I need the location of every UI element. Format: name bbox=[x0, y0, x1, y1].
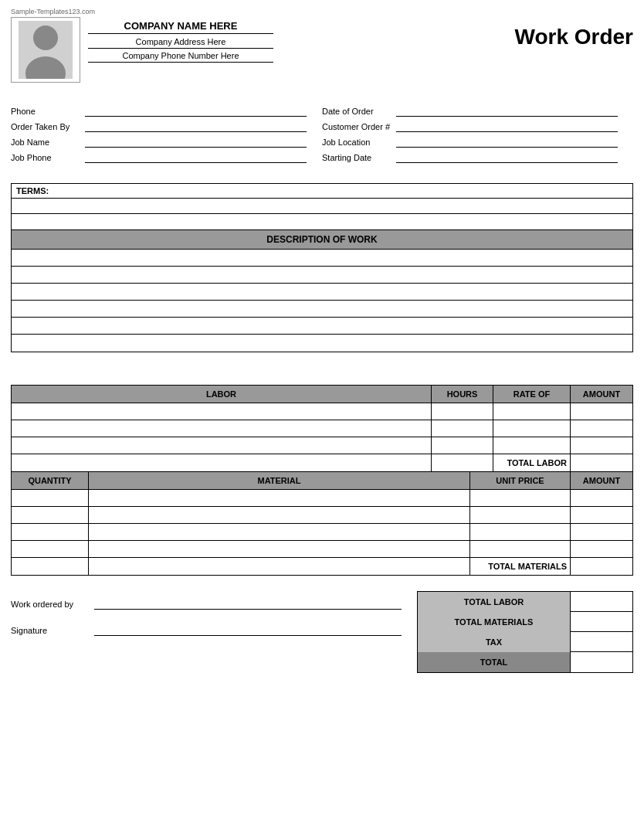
phone-row: Phone bbox=[11, 106, 322, 117]
order-taken-by-label: Order Taken By bbox=[11, 122, 80, 131]
job-location-row: Job Location bbox=[322, 137, 633, 148]
labor-row-2-rate[interactable] bbox=[493, 420, 571, 437]
totals-table: TOTAL LABOR TOTAL MATERIALS TAX TOTAL bbox=[417, 591, 633, 673]
desc-row-2[interactable] bbox=[12, 267, 632, 284]
customer-order-input[interactable] bbox=[396, 121, 618, 132]
labor-col-rate: RATE OF bbox=[493, 386, 571, 403]
labor-row-1[interactable] bbox=[12, 403, 632, 420]
labor-row-3-hours[interactable] bbox=[432, 437, 493, 454]
starting-date-input[interactable] bbox=[396, 152, 618, 163]
customer-order-label: Customer Order # bbox=[322, 122, 391, 131]
desc-row-3[interactable] bbox=[12, 284, 632, 301]
mat-row-1-material[interactable] bbox=[89, 490, 470, 507]
labor-row-1-desc[interactable] bbox=[12, 403, 432, 420]
desc-row-4[interactable] bbox=[12, 301, 632, 318]
order-taken-by-row: Order Taken By bbox=[11, 121, 322, 132]
terms-header: TERMS: bbox=[12, 184, 632, 199]
mat-row-4-qty[interactable] bbox=[12, 541, 89, 558]
description-header: DESCRIPTION OF WORK bbox=[12, 230, 632, 250]
mat-row-4-amount[interactable] bbox=[571, 541, 632, 558]
labor-row-3-amount[interactable] bbox=[571, 437, 632, 454]
materials-row-4[interactable] bbox=[12, 541, 632, 558]
form-right: Date of Order Customer Order # Job Locat… bbox=[322, 106, 633, 168]
job-name-input[interactable] bbox=[85, 137, 307, 148]
grand-total-value[interactable] bbox=[571, 652, 632, 672]
phone-input[interactable] bbox=[85, 106, 307, 117]
mat-row-3-material[interactable] bbox=[89, 524, 470, 541]
job-location-input[interactable] bbox=[396, 137, 618, 148]
labor-row-1-rate[interactable] bbox=[493, 403, 571, 420]
desc-row-1[interactable] bbox=[12, 250, 632, 267]
work-ordered-by-row: Work ordered by bbox=[11, 599, 402, 610]
total-labor-value[interactable] bbox=[571, 454, 632, 471]
order-taken-by-input[interactable] bbox=[85, 121, 307, 132]
work-ordered-by-input[interactable] bbox=[94, 599, 402, 610]
labor-header: LABOR HOURS RATE OF AMOUNT bbox=[12, 386, 632, 403]
phone-label: Phone bbox=[11, 107, 80, 116]
job-location-label: Job Location bbox=[322, 138, 391, 147]
labor-row-3[interactable] bbox=[12, 437, 632, 454]
labor-row-1-amount[interactable] bbox=[571, 403, 632, 420]
materials-col-amount: AMOUNT bbox=[571, 472, 632, 489]
date-of-order-row: Date of Order bbox=[322, 106, 633, 117]
labor-row-2[interactable] bbox=[12, 420, 632, 437]
job-phone-input[interactable] bbox=[85, 152, 307, 163]
materials-row-2[interactable] bbox=[12, 507, 632, 524]
mat-row-2-material[interactable] bbox=[89, 507, 470, 524]
starting-date-row: Starting Date bbox=[322, 152, 633, 163]
terms-row-2[interactable] bbox=[12, 214, 632, 229]
signature-row: Signature bbox=[11, 625, 402, 636]
watermark: Sample-Templates123.com bbox=[11, 8, 633, 15]
mat-row-3-qty[interactable] bbox=[12, 524, 89, 541]
grand-total-row: TOTAL bbox=[418, 652, 632, 672]
total-labor-summary-label: TOTAL LABOR bbox=[418, 592, 571, 612]
tax-value[interactable] bbox=[571, 632, 632, 652]
signature-input[interactable] bbox=[94, 625, 402, 636]
mat-row-1-qty[interactable] bbox=[12, 490, 89, 507]
total-materials-label: TOTAL MATERIALS bbox=[470, 558, 571, 575]
terms-section: TERMS: bbox=[11, 183, 633, 230]
labor-row-2-hours[interactable] bbox=[432, 420, 493, 437]
materials-row-3[interactable] bbox=[12, 524, 632, 541]
labor-row-2-amount[interactable] bbox=[571, 420, 632, 437]
customer-order-row: Customer Order # bbox=[322, 121, 633, 132]
total-materials-summary-value[interactable] bbox=[571, 612, 632, 632]
mat-row-4-unit-price[interactable] bbox=[470, 541, 571, 558]
signature-section: Work ordered by Signature bbox=[11, 591, 402, 673]
mat-row-3-amount[interactable] bbox=[571, 524, 632, 541]
job-phone-label: Job Phone bbox=[11, 153, 80, 162]
grand-total-label: TOTAL bbox=[418, 652, 571, 672]
mat-row-2-unit-price[interactable] bbox=[470, 507, 571, 524]
labor-col-amount: AMOUNT bbox=[571, 386, 632, 403]
materials-row-1[interactable] bbox=[12, 490, 632, 507]
svg-point-1 bbox=[33, 25, 58, 50]
mat-row-1-amount[interactable] bbox=[571, 490, 632, 507]
labor-row-2-desc[interactable] bbox=[12, 420, 432, 437]
labor-row-3-desc[interactable] bbox=[12, 437, 432, 454]
bottom-section: Work ordered by Signature TOTAL LABOR TO… bbox=[11, 591, 633, 673]
mat-row-3-unit-price[interactable] bbox=[470, 524, 571, 541]
company-name: COMPANY NAME HERE bbox=[88, 20, 273, 34]
materials-col-qty: QUANTITY bbox=[12, 472, 89, 489]
mat-row-1-unit-price[interactable] bbox=[470, 490, 571, 507]
desc-row-5[interactable] bbox=[12, 318, 632, 335]
mat-row-2-qty[interactable] bbox=[12, 507, 89, 524]
mat-row-4-material[interactable] bbox=[89, 541, 470, 558]
starting-date-label: Starting Date bbox=[322, 153, 391, 162]
desc-row-6[interactable] bbox=[12, 335, 632, 352]
labor-row-3-rate[interactable] bbox=[493, 437, 571, 454]
total-materials-row: TOTAL MATERIALS bbox=[12, 558, 632, 575]
total-labor-summary-value[interactable] bbox=[571, 592, 632, 612]
date-of-order-input[interactable] bbox=[396, 106, 618, 117]
labor-row-1-hours[interactable] bbox=[432, 403, 493, 420]
tax-row: TAX bbox=[418, 632, 632, 652]
total-labor-row: TOTAL LABOR bbox=[12, 454, 632, 471]
labor-section: LABOR HOURS RATE OF AMOUNT TOTAL LABOR bbox=[11, 385, 633, 472]
terms-row-1[interactable] bbox=[12, 199, 632, 214]
labor-col-hours: HOURS bbox=[432, 386, 493, 403]
total-materials-value[interactable] bbox=[571, 558, 632, 575]
mat-row-2-amount[interactable] bbox=[571, 507, 632, 524]
materials-col-material: MATERIAL bbox=[89, 472, 470, 489]
total-labor-spacer2 bbox=[432, 454, 493, 471]
form-fields: Phone Order Taken By Job Name Job Phone … bbox=[11, 106, 633, 168]
